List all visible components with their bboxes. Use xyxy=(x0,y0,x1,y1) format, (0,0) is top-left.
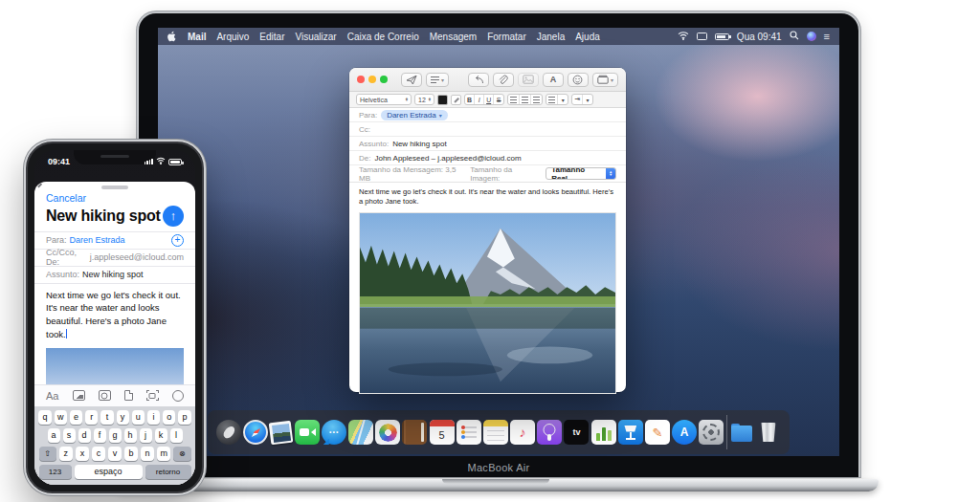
format-button[interactable]: A xyxy=(543,73,564,87)
key-n[interactable]: n xyxy=(141,447,154,461)
to-field[interactable]: Para: Daren Estrada + xyxy=(34,232,195,250)
highlight-pen-icon[interactable] xyxy=(451,95,461,105)
key-z[interactable]: z xyxy=(59,447,73,461)
attached-photo-top[interactable] xyxy=(46,348,184,384)
menu-item-ajuda[interactable]: Ajuda xyxy=(575,32,600,42)
attached-photo[interactable] xyxy=(359,212,616,394)
attach-document-icon[interactable] xyxy=(124,390,133,401)
format-text-button[interactable]: Aa xyxy=(46,390,58,402)
add-contact-button[interactable]: + xyxy=(171,234,184,247)
dock-icon-contacts[interactable] xyxy=(402,420,427,445)
italic-button[interactable]: I xyxy=(475,95,484,104)
dock-icon-app-store[interactable]: A xyxy=(672,420,697,445)
scan-document-icon[interactable] xyxy=(146,390,159,401)
key-f[interactable]: f xyxy=(94,428,106,443)
apple-menu-icon[interactable] xyxy=(167,31,177,42)
key-w[interactable]: w xyxy=(55,410,67,425)
key-o[interactable]: o xyxy=(163,410,175,425)
photo-browser-button[interactable]: ▾ xyxy=(592,73,618,87)
text-color-swatch[interactable] xyxy=(437,95,448,105)
dock-icon-launchpad[interactable] xyxy=(216,420,241,445)
menu-item-janela[interactable]: Janela xyxy=(537,32,565,42)
to-field[interactable]: Para: Daren Estrada xyxy=(349,108,626,122)
markup-icon[interactable] xyxy=(172,390,184,402)
dock-icon-notes[interactable] xyxy=(483,420,508,445)
dock-icon-numbers[interactable] xyxy=(591,420,616,445)
key-t[interactable]: t xyxy=(100,410,113,425)
zoom-window-button[interactable] xyxy=(380,76,388,83)
list-style-dropdown[interactable]: ▾ xyxy=(546,94,568,105)
key-v[interactable]: v xyxy=(108,447,122,461)
siri-icon[interactable] xyxy=(807,32,816,41)
font-family-select[interactable]: Helvetica ▴▾ xyxy=(356,94,412,105)
indent-dropdown[interactable]: ⇥ ▾ xyxy=(571,94,593,105)
dock-icon-trash[interactable] xyxy=(756,420,781,445)
insert-photo-icon[interactable] xyxy=(73,390,85,401)
cc-from-field[interactable]: Cc/Cco, De: j.appleseed@icloud.com xyxy=(34,250,195,267)
key-m[interactable]: m xyxy=(157,447,170,461)
dock-icon-calendar[interactable]: 5 xyxy=(430,420,455,445)
dock-icon-preview[interactable] xyxy=(269,420,294,445)
dock-icon-keynote[interactable] xyxy=(618,420,643,445)
menu-item-caixa-de-correio[interactable]: Caixa de Correio xyxy=(347,32,419,42)
subject-field[interactable]: Assunto: New hiking spot xyxy=(34,267,195,284)
key-d[interactable]: d xyxy=(78,428,91,443)
from-field[interactable]: De: John Appleseed – j.appleseed@icloud.… xyxy=(349,151,626,165)
to-value[interactable]: Daren Estrada xyxy=(70,235,125,245)
image-size-dropdown[interactable]: Tamanho Real ▴▾ xyxy=(546,167,616,180)
backspace-key[interactable]: ⊗ xyxy=(173,447,190,461)
menu-item-arquivo[interactable]: Arquivo xyxy=(216,32,249,42)
align-right-button[interactable] xyxy=(531,95,542,104)
key-a[interactable]: a xyxy=(48,428,60,443)
key-k[interactable]: k xyxy=(155,428,167,443)
display-icon[interactable] xyxy=(697,33,707,40)
menu-item-editar[interactable]: Editar xyxy=(259,32,284,42)
cc-field[interactable]: Cc: xyxy=(349,122,626,137)
dock-icon-photos[interactable] xyxy=(375,420,400,445)
key-u[interactable]: u xyxy=(132,410,145,425)
send-button[interactable] xyxy=(163,206,184,227)
dock-icon-downloads[interactable] xyxy=(729,420,754,445)
key-j[interactable]: j xyxy=(140,428,152,443)
header-fields-button[interactable]: ▾ xyxy=(426,73,449,87)
bold-button[interactable]: B xyxy=(465,95,475,104)
key-i[interactable]: i xyxy=(147,410,160,425)
dock-icon-maps[interactable] xyxy=(348,420,373,445)
battery-icon[interactable] xyxy=(715,33,729,40)
key-h[interactable]: h xyxy=(124,428,137,443)
strikethrough-button[interactable]: S xyxy=(494,95,503,104)
menu-item-mail[interactable]: Mail xyxy=(188,32,206,42)
spotlight-icon[interactable] xyxy=(790,31,799,42)
recipient-token[interactable]: Daren Estrada xyxy=(381,110,448,120)
align-center-button[interactable] xyxy=(520,95,531,104)
dock-icon-safari[interactable] xyxy=(243,420,268,445)
menu-item-mensagem[interactable]: Mensagem xyxy=(430,32,477,42)
key-b[interactable]: b xyxy=(124,447,138,461)
cancel-button[interactable]: Cancelar xyxy=(34,190,195,205)
message-body[interactable]: Next time we go let's check it out. It's… xyxy=(349,183,626,209)
message-body[interactable]: Next time we go let's check it out. It's… xyxy=(34,284,195,343)
dock-icon-reminders[interactable] xyxy=(457,420,481,445)
close-window-button[interactable] xyxy=(357,76,365,83)
menu-clock[interactable]: Qua 09:41 xyxy=(737,32,782,42)
key-q[interactable]: q xyxy=(38,410,51,425)
key-s[interactable]: s xyxy=(63,428,76,443)
dock-icon-music[interactable] xyxy=(510,420,535,445)
subject-field[interactable]: Assunto: New hiking spot xyxy=(349,137,626,151)
key-r[interactable]: r xyxy=(85,410,98,425)
key-p[interactable]: p xyxy=(178,410,190,425)
emoji-button[interactable] xyxy=(568,73,589,87)
key-l[interactable]: l xyxy=(170,428,183,443)
key-x[interactable]: x xyxy=(76,447,89,461)
key-y[interactable]: y xyxy=(117,410,129,425)
notification-center-icon[interactable] xyxy=(824,31,830,42)
mail-window-titlebar[interactable]: ▾ A xyxy=(349,68,626,92)
minimize-window-button[interactable] xyxy=(368,76,376,83)
space-key[interactable]: espaço xyxy=(75,465,143,479)
menu-item-formatar[interactable]: Formatar xyxy=(487,32,526,42)
dock-icon-tv[interactable]: tv xyxy=(564,420,589,445)
key-e[interactable]: e xyxy=(70,410,82,425)
menu-item-visualizar[interactable]: Visualizar xyxy=(295,32,336,42)
return-key[interactable]: retorno xyxy=(145,465,191,479)
attach-button[interactable] xyxy=(493,73,514,87)
